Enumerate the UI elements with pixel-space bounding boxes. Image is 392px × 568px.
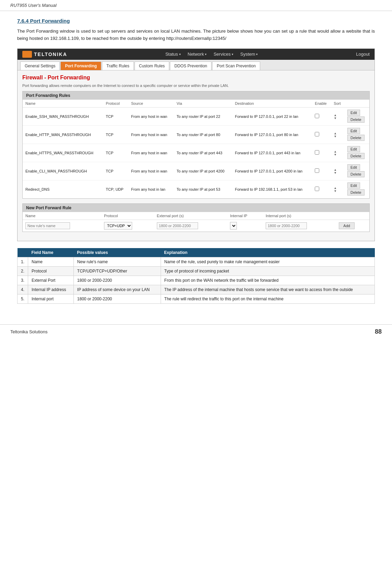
rule-sort: ▲ ▼ <box>331 162 345 180</box>
sort-arrows: ▲ ▼ <box>334 168 337 175</box>
edit-rule-button[interactable]: Edit <box>347 110 360 116</box>
router-body: Firewall - Port Forwarding Port forwardi… <box>18 70 374 241</box>
info-row: 5. Internal port 1800 or 2000-2200 The r… <box>18 294 375 303</box>
rule-via: To any router IP at port 443 <box>174 144 232 162</box>
router-tabs: General Settings Port Forwarding Traffic… <box>18 60 374 70</box>
rule-via: To any router IP at port 22 <box>174 107 232 125</box>
rule-actions: Edit Delete <box>345 180 369 198</box>
info-values: TCP/UDP/TCP+UDP/Other <box>73 266 161 276</box>
new-rule-add-cell: Add <box>336 220 369 232</box>
info-row: 3. External Port 1800 or 2000-2200 From … <box>18 276 375 285</box>
rules-table: Name Protocol Source Via Destination Ena… <box>23 100 369 198</box>
rule-enable-checkbox[interactable] <box>315 132 319 136</box>
nav-network[interactable]: Network ▾ <box>188 52 207 57</box>
info-field: Protocol <box>28 266 74 276</box>
logout-button[interactable]: Logout <box>356 52 370 57</box>
rule-enable-checkbox[interactable] <box>315 114 319 118</box>
rule-name: Redirect_DNS <box>23 180 103 198</box>
rule-row: Redirect_DNS TCP; UDP From any host in l… <box>23 180 369 198</box>
new-rule-name-input[interactable] <box>25 222 70 229</box>
page-header: RUT955 User's Manual <box>0 0 392 11</box>
rule-enable <box>312 144 331 162</box>
sort-down-icon[interactable]: ▼ <box>334 153 337 156</box>
edit-rule-button[interactable]: Edit <box>347 164 360 170</box>
rule-name: Enable_HTTP_WAN_PASSTHROUGH <box>23 125 103 144</box>
info-field: Name <box>28 257 74 266</box>
delete-rule-button[interactable]: Delete <box>347 135 365 141</box>
rule-enable-checkbox[interactable] <box>315 150 319 155</box>
rule-via: To any router IP at port 4200 <box>174 162 232 180</box>
delete-rule-button[interactable]: Delete <box>347 153 365 159</box>
router-topbar: TELTONIKA Status ▾ Network ▾ Services ▾ … <box>18 49 374 60</box>
sort-down-icon[interactable]: ▼ <box>334 171 337 175</box>
sort-arrows: ▲ ▼ <box>334 114 337 120</box>
sort-arrows: ▲ ▼ <box>334 150 337 156</box>
edit-rule-button[interactable]: Edit <box>347 182 360 189</box>
rule-protocol: TCP <box>103 144 128 162</box>
rule-destination: Forward to IP 127.0.0.1, port 80 in lan <box>232 125 312 144</box>
rule-protocol: TCP <box>103 162 128 180</box>
new-rule-protocol-select[interactable]: TCP+UDP <box>104 222 132 230</box>
delete-rule-button[interactable]: Delete <box>347 189 365 196</box>
edit-rule-button[interactable]: Edit <box>347 146 360 152</box>
edit-rule-button[interactable]: Edit <box>347 128 360 134</box>
new-col-name: Name <box>23 212 101 220</box>
delete-rule-button[interactable]: Delete <box>347 116 365 123</box>
tab-traffic-rules[interactable]: Traffic Rules <box>102 62 134 70</box>
rule-protocol: TCP <box>103 125 128 144</box>
new-rule-row: TCP+UDP <box>23 220 369 232</box>
logo-text: TELTONIKA <box>34 52 67 57</box>
rule-sort: ▲ ▼ <box>331 125 345 144</box>
sort-down-icon[interactable]: ▼ <box>334 117 337 120</box>
section-title: 7.6.4 Port Forwarding <box>17 18 375 24</box>
info-values: New rule's name <box>73 257 161 266</box>
info-explanation: Name of the rule, used purely to make ru… <box>161 257 374 266</box>
info-num: 2. <box>18 266 28 276</box>
col-protocol: Protocol <box>103 100 128 108</box>
tab-ddos-prevention[interactable]: DDOS Prevention <box>170 62 211 70</box>
tab-general-settings[interactable]: General Settings <box>20 62 60 70</box>
delete-rule-button[interactable]: Delete <box>347 171 365 177</box>
rule-destination: Forward to IP 127.0.0.1, port 22 in lan <box>232 107 312 125</box>
intro-text: The Port Forwarding window is used to se… <box>17 28 375 42</box>
new-rule-int-ip-select[interactable] <box>230 222 237 230</box>
rule-source: From any host in lan <box>128 180 174 198</box>
info-col-values: Possible values <box>73 248 161 257</box>
new-rule-ext-port-input[interactable] <box>157 222 198 229</box>
info-values: 1800 or 2000-2200 <box>73 294 161 303</box>
sort-down-icon[interactable]: ▼ <box>334 190 337 193</box>
info-explanation: The rule will redirect the traffic to th… <box>161 294 374 303</box>
rule-sort: ▲ ▼ <box>331 107 345 125</box>
section1-header: Port Forwarding Rules <box>23 91 369 100</box>
tab-port-forwarding[interactable]: Port Forwarding <box>60 62 101 70</box>
rule-name: Enable_HTTPS_WAN_PASSTHROUGH <box>23 144 103 162</box>
rule-enable <box>312 107 331 125</box>
sort-arrows: ▲ ▼ <box>334 187 337 193</box>
col-enable: Enable <box>312 100 331 108</box>
col-actions <box>345 100 369 108</box>
nav-system[interactable]: System ▾ <box>240 52 258 57</box>
rule-actions: Edit Delete <box>345 107 369 125</box>
rule-enable-checkbox[interactable] <box>315 168 319 173</box>
rule-row: Enable_HTTP_WAN_PASSTHROUGH TCP From any… <box>23 125 369 144</box>
info-num: 1. <box>18 257 28 266</box>
rule-enable-checkbox[interactable] <box>315 187 319 191</box>
col-source: Source <box>128 100 174 108</box>
nav-services[interactable]: Services ▾ <box>214 52 233 57</box>
rule-enable <box>312 162 331 180</box>
tab-port-scan-prevention[interactable]: Port Scan Prevention <box>212 62 260 70</box>
sort-down-icon[interactable]: ▼ <box>334 135 337 138</box>
nav-status[interactable]: Status ▾ <box>165 52 181 57</box>
rule-protocol: TCP <box>103 107 128 125</box>
rule-source: From any host in wan <box>128 125 174 144</box>
port-forwarding-rules-box: Port Forwarding Rules Name Protocol Sour… <box>22 91 370 199</box>
rule-source: From any host in wan <box>128 107 174 125</box>
new-rule-int-port-input[interactable] <box>266 222 307 229</box>
rule-sort: ▲ ▼ <box>331 144 345 162</box>
tab-custom-rules[interactable]: Custom Rules <box>135 62 169 70</box>
page-footer: Teltonika Solutions 88 <box>0 324 392 339</box>
add-rule-button[interactable]: Add <box>339 222 355 229</box>
rule-row: Enable_HTTPS_WAN_PASSTHROUGH TCP From an… <box>23 144 369 162</box>
col-sort: Sort <box>331 100 345 108</box>
info-num: 3. <box>18 276 28 285</box>
